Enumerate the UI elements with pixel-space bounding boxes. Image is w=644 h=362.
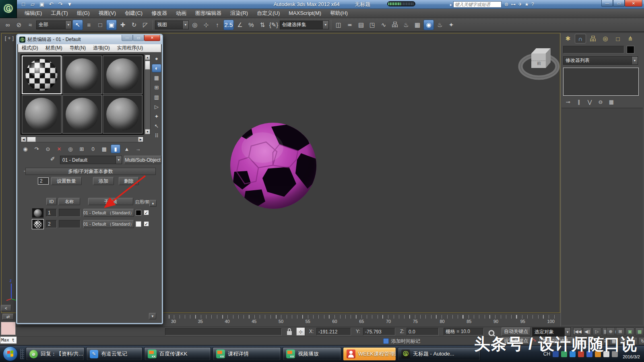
sample-slot[interactable] xyxy=(62,95,102,134)
search-binoculars-icon[interactable]: ⊚ xyxy=(504,2,508,7)
window-crossing-icon[interactable]: ▣ xyxy=(106,20,117,30)
backlight-icon[interactable]: ◐ xyxy=(152,64,161,72)
rows-scroll-up-button[interactable]: ▲ xyxy=(149,200,157,207)
modify-tab-icon[interactable]: ∩ xyxy=(575,34,586,43)
render-iterative-icon[interactable]: ♨ xyxy=(435,20,445,30)
show-map-in-viewport-icon[interactable]: ▮ xyxy=(111,144,120,153)
sample-uv-tiling-icon[interactable]: ⊞ xyxy=(152,83,161,92)
material-count-field[interactable]: 2 xyxy=(38,177,49,185)
save-file-icon[interactable]: ▣ xyxy=(38,0,46,8)
spinner-snap-icon[interactable]: ⇅ xyxy=(257,20,268,30)
x-coordinate-field[interactable]: -191.212 xyxy=(316,328,351,335)
sample-slot[interactable] xyxy=(103,56,142,94)
motion-tab-icon[interactable]: ◎ xyxy=(600,34,611,43)
material-editor-titlebar[interactable]: Ⓖ 材质编辑器 - 01 - Default — ▭ ✕ xyxy=(17,35,162,44)
angle-snap-icon[interactable]: ∠ xyxy=(235,20,245,30)
scrollbar-thumb[interactable] xyxy=(27,137,36,142)
new-scene-icon[interactable]: □ xyxy=(19,0,27,8)
submaterial-color-swatch[interactable] xyxy=(136,221,141,227)
timeline-track-bar[interactable]: 3035404550556065707580859095100 xyxy=(163,313,560,327)
minimize-button[interactable]: — xyxy=(122,35,133,41)
maxscript-mini-listener[interactable] xyxy=(1,322,16,335)
assign-material-to-selection-icon[interactable]: ⊙ xyxy=(43,144,53,153)
viewport-label[interactable]: [ + ] xyxy=(5,35,14,41)
selection-lock-icon[interactable] xyxy=(287,328,292,335)
bind-to-space-warp-icon[interactable]: ≈ xyxy=(25,20,35,30)
open-file-icon[interactable]: ▱ xyxy=(29,0,37,8)
rollout-header[interactable]: 多维/子对象基本参数 xyxy=(25,168,156,175)
select-by-name-icon[interactable]: ≡ xyxy=(84,20,94,30)
menu-item[interactable]: 实用程序(U) xyxy=(114,45,147,51)
go-to-parent-icon[interactable]: ▲ xyxy=(122,144,132,153)
restore-button[interactable]: ▭ xyxy=(613,0,625,7)
y-coordinate-field[interactable]: -75.793 xyxy=(363,328,395,335)
menu-item[interactable]: 视图(V) xyxy=(94,9,120,18)
menu-item[interactable]: 编辑(E) xyxy=(20,9,46,18)
menu-item[interactable]: MAXScript(M) xyxy=(284,9,326,18)
close-button[interactable]: ✕ xyxy=(144,35,160,41)
redo-icon[interactable]: ↷ xyxy=(56,0,64,8)
render-production-icon[interactable]: ◉ xyxy=(423,20,434,30)
video-color-check-icon[interactable]: ▥ xyxy=(152,93,161,101)
snaps-toggle-icon[interactable]: 2.5 xyxy=(223,20,234,30)
enable-checkbox[interactable] xyxy=(144,221,149,226)
align-icon[interactable]: ≖ xyxy=(345,20,355,30)
pick-material-eyedropper-icon[interactable]: ✐ xyxy=(50,156,55,162)
subscription-key-icon[interactable]: ⊶ xyxy=(511,2,516,7)
add-time-tag-icon[interactable] xyxy=(383,338,389,344)
add-button[interactable]: 添加 xyxy=(93,177,114,185)
view-cube[interactable]: 前 xyxy=(517,41,561,82)
z-coordinate-field[interactable]: 0.0 xyxy=(407,328,439,335)
enable-checkbox[interactable] xyxy=(144,210,149,215)
hierarchy-tab-icon[interactable]: 品 xyxy=(587,34,599,43)
favorites-star-icon[interactable]: ★ xyxy=(524,2,529,7)
menu-item[interactable]: 渲染(R) xyxy=(226,9,252,18)
select-and-scale-icon[interactable]: ◸ xyxy=(140,20,151,30)
menu-item[interactable]: 模式(D) xyxy=(18,45,42,51)
selection-filter-dropdown[interactable]: 全部 ▼ xyxy=(36,21,72,29)
keyboard-shortcut-override-icon[interactable]: ↑ xyxy=(212,20,223,30)
material-name-dropdown[interactable]: 01 - Default ▼ xyxy=(60,156,122,164)
rollout-collapse-icon[interactable]: - xyxy=(24,168,25,174)
reset-map-icon[interactable]: ✕ xyxy=(54,144,64,153)
menu-item[interactable]: 创建(C) xyxy=(120,9,147,18)
select-by-material-icon[interactable]: ↖ xyxy=(152,122,161,130)
taskbar-button-chuanke[interactable]: 百度传课KK xyxy=(144,347,211,361)
render-setup-icon[interactable]: ♨ xyxy=(401,20,411,30)
show-end-result-icon[interactable]: ∥ xyxy=(575,98,583,105)
scroll-up-icon[interactable]: ▲ xyxy=(145,55,150,60)
object-color-swatch[interactable] xyxy=(627,46,634,53)
communication-center-icon[interactable]: ✈ xyxy=(518,2,522,7)
taskbar-button-video-player[interactable]: 视频播放 xyxy=(283,347,341,361)
absolute-mode-transform-icon[interactable]: ⊹ xyxy=(296,327,305,336)
schematic-view-icon[interactable]: 品 xyxy=(390,20,400,30)
slots-vertical-scrollbar[interactable]: ▲ ▼ xyxy=(144,54,151,135)
delete-button[interactable]: 删除 xyxy=(119,177,139,185)
slots-horizontal-scrollbar[interactable]: ◀ ▶ xyxy=(21,136,144,142)
make-material-copy-icon[interactable]: ◎ xyxy=(66,144,75,153)
soccer-ball-object[interactable] xyxy=(228,120,319,211)
scroll-left-icon[interactable]: ◀ xyxy=(21,137,26,142)
go-forward-to-sibling-icon[interactable]: → xyxy=(133,144,143,153)
search-input[interactable] xyxy=(453,1,502,8)
submaterial-button[interactable]: 01 - Default （Standard） xyxy=(83,220,134,228)
sample-slot[interactable] xyxy=(62,56,102,94)
select-object-icon[interactable]: ↖ xyxy=(72,20,83,30)
menu-item[interactable]: 自定义(U) xyxy=(252,9,284,18)
taskbar-button-youdao-note[interactable]: ✎ 有道云笔记 xyxy=(86,347,142,361)
unlink-selection-icon[interactable]: ⊘ xyxy=(14,20,24,30)
undo-icon[interactable]: ↶ xyxy=(47,0,55,8)
close-button[interactable]: ✕ xyxy=(625,0,642,7)
pin-stack-icon[interactable]: ⊸ xyxy=(564,98,572,105)
scrollbar-thumb[interactable] xyxy=(145,61,150,70)
taskbar-button-browser[interactable]: e 回复：【资料/共... xyxy=(26,347,85,361)
submaterial-name-field[interactable] xyxy=(59,209,80,217)
put-to-library-icon[interactable]: ⊞ xyxy=(77,144,87,153)
material-type-button[interactable]: Multi/Sub-Object xyxy=(124,156,161,164)
submaterial-column-header[interactable]: 子材质 xyxy=(88,198,133,205)
remove-modifier-icon[interactable]: ⊖ xyxy=(597,98,605,105)
qat-flyout-icon[interactable]: ▼ xyxy=(66,0,74,8)
start-button[interactable] xyxy=(3,346,18,361)
sample-slot[interactable] xyxy=(22,95,62,134)
mirror-icon[interactable]: ◫ xyxy=(333,20,344,30)
